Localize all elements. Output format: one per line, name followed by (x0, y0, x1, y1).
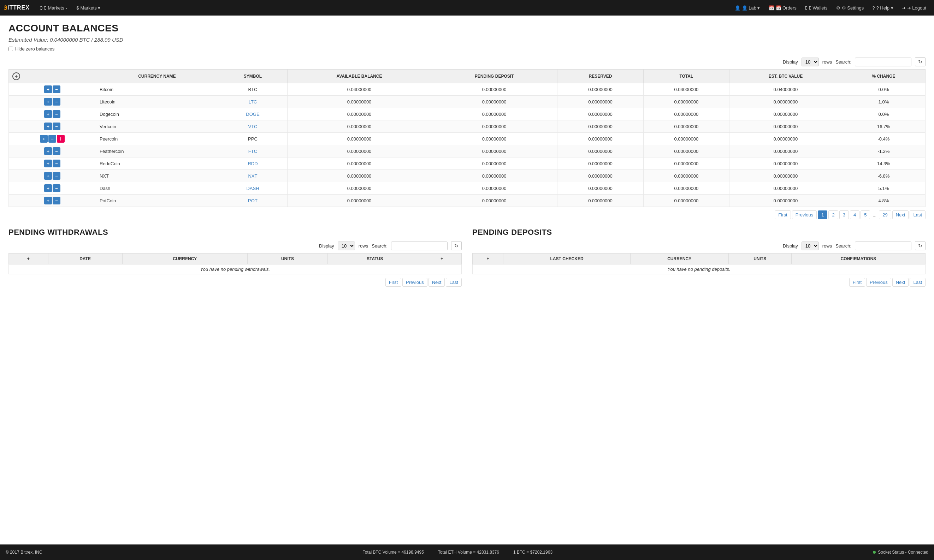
pagination-previous[interactable]: Previous (792, 211, 817, 219)
footer-eth-volume: Total ETH Volume = 42831.8376 (438, 550, 499, 555)
pagination-next[interactable]: Next (892, 211, 909, 219)
d-pagination-previous[interactable]: Previous (866, 278, 891, 287)
withdrawals-display-label: Display (319, 243, 334, 249)
symbol-cell[interactable]: VTC (218, 120, 287, 133)
deposits-search-input[interactable] (855, 242, 911, 250)
pagination-page-1[interactable]: 1 (818, 211, 827, 219)
symbol-cell[interactable]: POT (218, 195, 287, 207)
w-pagination-last[interactable]: Last (446, 278, 462, 287)
deposit-button[interactable]: + (44, 197, 52, 205)
withdraw-button[interactable]: − (52, 85, 60, 93)
search-label: Search: (835, 59, 851, 65)
table-row: +−DogecoinDOGE0.000000000.000000000.0000… (9, 108, 926, 120)
withdraw-button[interactable]: − (52, 110, 60, 118)
symbol-cell[interactable]: DOGE (218, 108, 287, 120)
pagination-page-4[interactable]: 4 (850, 211, 860, 219)
pending-cell: 0.00000000 (431, 182, 557, 195)
symbol-cell[interactable]: DASH (218, 182, 287, 195)
deposits-refresh-button[interactable]: ↻ (915, 241, 926, 250)
reserved-cell: 0.00000000 (558, 170, 643, 182)
balances-pagination: First Previous 1 2 3 4 5 ... 29 Next Las… (8, 211, 926, 219)
deposit-button[interactable]: + (44, 147, 52, 155)
balances-search-input[interactable] (855, 58, 911, 66)
deposits-title: PENDING DEPOSITS (472, 228, 926, 237)
nav-usd-markets[interactable]: $ Markets ▾ (73, 3, 104, 13)
pagination-page-3[interactable]: 3 (839, 211, 849, 219)
pagination-first[interactable]: First (775, 211, 791, 219)
available-cell: 0.00000000 (288, 108, 431, 120)
deposit-button[interactable]: + (44, 98, 52, 106)
display-rows-select[interactable]: 10 25 50 (801, 58, 819, 66)
pending-cell: 0.00000000 (431, 195, 557, 207)
deposit-button[interactable]: + (44, 184, 52, 192)
withdraw-button[interactable]: − (52, 123, 60, 130)
deposit-button[interactable]: + (44, 172, 52, 180)
d-col-last-checked: LAST CHECKED (503, 254, 630, 265)
balances-refresh-button[interactable]: ↻ (915, 57, 926, 66)
btc_value-cell: 0.00000000 (729, 170, 842, 182)
w-col-units: UNITS (247, 254, 327, 265)
nav-wallets[interactable]: ₿ ₿ Wallets (801, 3, 831, 13)
reserved-cell: 0.00000000 (558, 96, 643, 108)
add-currency-button[interactable]: + (12, 72, 20, 80)
table-row: +−FeathercoinFTC0.000000000.000000000.00… (9, 145, 926, 157)
reserved-cell: 0.00000000 (558, 195, 643, 207)
deposit-button[interactable]: + (44, 123, 52, 130)
withdraw-button[interactable]: − (52, 172, 60, 180)
nav-lab[interactable]: 👤 👤 Lab ▾ (731, 3, 764, 13)
nav-help[interactable]: ? ? Help ▾ (869, 3, 897, 13)
row-actions-cell: +−i (9, 133, 96, 145)
deposit-button[interactable]: + (40, 135, 48, 143)
w-pagination-first[interactable]: First (385, 278, 401, 287)
pagination-page-2[interactable]: 2 (828, 211, 838, 219)
d-pagination-last[interactable]: Last (909, 278, 926, 287)
hide-zero-label[interactable]: Hide zero balances (8, 46, 926, 52)
withdrawals-search-input[interactable] (391, 242, 448, 250)
reserved-cell: 0.00000000 (558, 145, 643, 157)
deposit-button[interactable]: + (44, 110, 52, 118)
footer-copyright: © 2017 Bittrex, INC (6, 550, 42, 555)
balances-table-controls: Display 10 25 50 rows Search: ↻ (8, 57, 926, 66)
currency-name-cell: Dogecoin (96, 108, 218, 120)
info-button[interactable]: i (57, 135, 65, 143)
w-pagination-next[interactable]: Next (428, 278, 445, 287)
table-row: +−DashDASH0.000000000.000000000.00000000… (9, 182, 926, 195)
pagination-last[interactable]: Last (909, 211, 926, 219)
table-row: +−NXTNXT0.000000000.000000000.000000000.… (9, 170, 926, 182)
hide-zero-checkbox[interactable] (8, 47, 13, 51)
currency-name-cell: NXT (96, 170, 218, 182)
withdrawals-refresh-button[interactable]: ↻ (451, 241, 462, 250)
symbol-cell[interactable]: NXT (218, 170, 287, 182)
deposit-button[interactable]: + (44, 160, 52, 168)
nav-logout[interactable]: ➜ ➜ Logout (898, 3, 930, 13)
withdraw-button[interactable]: − (52, 184, 60, 192)
pending-deposits-section: PENDING DEPOSITS Display 10 25 50 rows S… (472, 228, 926, 295)
symbol-cell[interactable]: FTC (218, 145, 287, 157)
deposits-display-select[interactable]: 10 25 50 (801, 242, 819, 250)
symbol-cell[interactable]: LTC (218, 96, 287, 108)
deposit-button[interactable]: + (44, 85, 52, 93)
pct_change-cell: 1.0% (842, 96, 925, 108)
row-actions-cell: +− (9, 195, 96, 207)
withdrawals-display-select[interactable]: 10 25 50 (338, 242, 355, 250)
withdrawals-table: + DATE CURRENCY UNITS STATUS + You have … (8, 253, 462, 274)
col-symbol: SYMBOL (218, 69, 287, 83)
nav-settings[interactable]: ⚙ ⚙ Settings (832, 3, 868, 13)
dollar-icon: $ (76, 5, 79, 11)
withdraw-button[interactable]: − (48, 135, 56, 143)
deposits-table: + LAST CHECKED CURRENCY UNITS CONFIRMATI… (472, 253, 926, 274)
withdraw-button[interactable]: − (52, 197, 60, 205)
nav-orders[interactable]: 📅 📅 Orders (765, 3, 800, 13)
row-actions-cell: +− (9, 145, 96, 157)
row-actions-cell: +− (9, 182, 96, 195)
d-pagination-first[interactable]: First (849, 278, 865, 287)
w-pagination-previous[interactable]: Previous (402, 278, 427, 287)
d-pagination-next[interactable]: Next (892, 278, 909, 287)
symbol-cell[interactable]: RDD (218, 157, 287, 170)
nav-btc-markets[interactable]: ₿ ₿ Markets ▾ (37, 3, 71, 13)
withdraw-button[interactable]: − (52, 147, 60, 155)
withdraw-button[interactable]: − (52, 98, 60, 106)
pagination-page-5[interactable]: 5 (860, 211, 870, 219)
withdraw-button[interactable]: − (52, 160, 60, 168)
pagination-page-29[interactable]: 29 (879, 211, 891, 219)
